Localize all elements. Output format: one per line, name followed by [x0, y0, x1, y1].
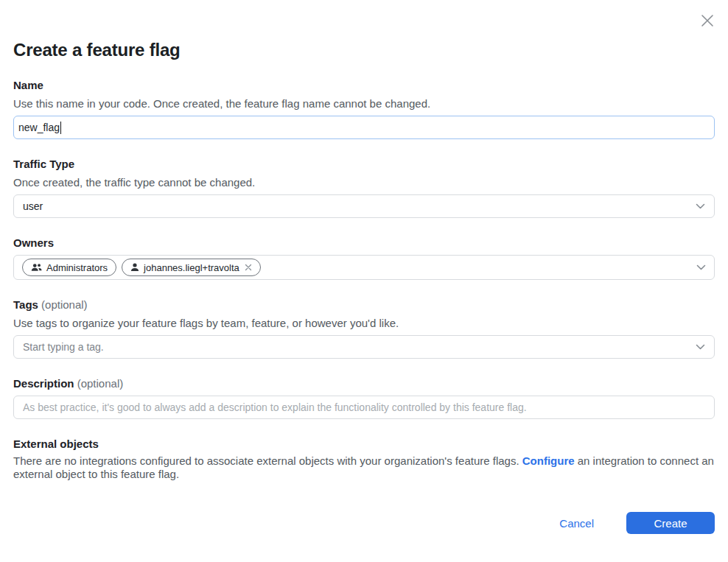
- name-input-value: new_flag: [18, 122, 60, 133]
- description-label-text: Description: [13, 377, 74, 390]
- cancel-button[interactable]: Cancel: [559, 517, 594, 530]
- external-objects-label: External objects: [13, 438, 715, 451]
- owner-chip-label: johannes.liegl+travolta: [144, 262, 239, 273]
- x-icon: [245, 264, 252, 271]
- traffic-type-field: Traffic Type Once created, the traffic t…: [13, 158, 715, 218]
- tags-select: [13, 335, 715, 359]
- external-objects-section: External objects There are no integratio…: [13, 438, 715, 481]
- person-icon: [130, 263, 139, 272]
- text-caret: [60, 122, 61, 134]
- chevron-down-icon: [696, 264, 706, 270]
- description-label: Description (optional): [13, 377, 715, 390]
- tags-helper: Use tags to organize your feature flags …: [13, 317, 715, 330]
- owners-field: Owners Administrators: [13, 236, 715, 280]
- traffic-type-select[interactable]: user: [13, 194, 715, 218]
- tags-input[interactable]: [23, 341, 696, 353]
- description-optional-text: (optional): [77, 377, 124, 390]
- chip-remove-button[interactable]: [245, 264, 252, 271]
- traffic-type-label: Traffic Type: [13, 158, 715, 171]
- owner-chip-label: Administrators: [46, 262, 108, 273]
- description-input[interactable]: [23, 401, 705, 413]
- description-input-box: [13, 396, 715, 419]
- owners-multiselect[interactable]: Administrators johannes.liegl+travolta: [13, 255, 715, 280]
- traffic-type-helper: Once created, the traffic type cannot be…: [13, 176, 715, 189]
- configure-link[interactable]: Configure: [522, 454, 575, 467]
- description-field: Description (optional): [13, 377, 715, 419]
- page-title: Create a feature flag: [13, 40, 715, 60]
- name-helper: Use this name in your code. Once created…: [13, 97, 715, 110]
- tags-field: Tags (optional) Use tags to organize you…: [13, 298, 715, 359]
- modal-footer: Cancel Create: [0, 512, 728, 534]
- owners-label: Owners: [13, 236, 715, 250]
- close-button[interactable]: [697, 10, 718, 31]
- owner-chip-user: johannes.liegl+travolta: [122, 259, 261, 276]
- name-label: Name: [13, 79, 715, 92]
- tags-label: Tags (optional): [13, 298, 715, 312]
- create-feature-flag-modal: Create a feature flag Name Use this name…: [0, 40, 728, 534]
- group-icon: [31, 263, 42, 272]
- tags-optional-text: (optional): [41, 298, 88, 311]
- tags-label-text: Tags: [13, 298, 38, 311]
- external-objects-text-before: There are no integrations configured to …: [13, 454, 522, 467]
- chevron-down-icon: [696, 344, 705, 350]
- traffic-type-value: user: [23, 200, 43, 212]
- create-button[interactable]: Create: [626, 512, 715, 534]
- chevron-down-icon: [696, 203, 705, 209]
- name-field: Name Use this name in your code. Once cr…: [13, 79, 715, 139]
- external-objects-text: There are no integrations configured to …: [13, 454, 715, 481]
- name-input[interactable]: new_flag: [13, 116, 715, 139]
- x-icon: [699, 13, 715, 29]
- owner-chip-administrators: Administrators: [22, 259, 116, 276]
